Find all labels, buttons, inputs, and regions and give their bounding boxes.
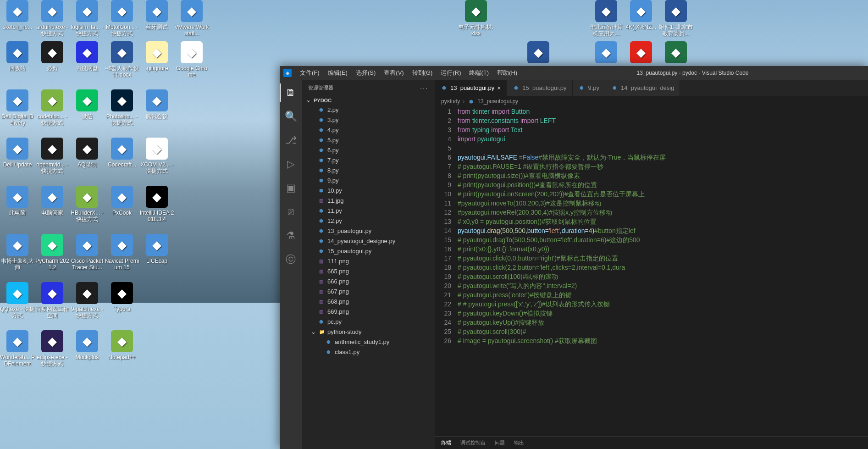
code-line[interactable]: # image = pyautogui.screenshot() #获取屏幕截图 bbox=[458, 336, 868, 345]
code-line[interactable]: # pyautogui.click(0,0,button='right')#鼠标… bbox=[458, 254, 868, 263]
desktop-icon[interactable]: ◆Notepad++ bbox=[105, 330, 139, 360]
file-item[interactable]: ▨11.jpg bbox=[302, 195, 435, 205]
file-item[interactable]: ⬢arithmetic_study1.py bbox=[302, 337, 435, 347]
desktop-icon[interactable]: ◆codebloc... - 快捷方式 bbox=[35, 89, 70, 127]
desktop-icon[interactable]: ◆Dell Digital Delivery bbox=[0, 89, 35, 127]
desktop-icon[interactable]: ◆Dell Update bbox=[0, 138, 35, 168]
code-line[interactable]: # pyautogui.PAUSE=1 #设置执行指令都要暂停一秒 bbox=[458, 162, 868, 171]
desktop-icon[interactable]: ◆--$器人动作设计.docx bbox=[105, 41, 139, 78]
desktop-icon[interactable]: ◆华北五省计算机应用大... bbox=[589, 0, 624, 37]
menu-item[interactable]: 转到(G) bbox=[409, 67, 437, 79]
menu-item[interactable]: 帮助(H) bbox=[493, 67, 521, 79]
editor-tab[interactable]: ⬢14_pyautogui_desig bbox=[605, 80, 680, 96]
file-item[interactable]: ⬢12.py bbox=[302, 216, 435, 226]
desktop-icon[interactable]: ◆.gitignore bbox=[139, 41, 174, 72]
editor-tab[interactable]: ⬢13_puautogui.py× bbox=[435, 80, 507, 96]
code-line[interactable]: # pyautogui.keyDown()#模拟按键 bbox=[458, 309, 868, 318]
menu-item[interactable]: 查看(V) bbox=[380, 67, 407, 79]
panel-tab[interactable]: 终端 bbox=[441, 437, 451, 449]
menu-item[interactable]: 文件(F) bbox=[296, 67, 323, 79]
desktop-icon[interactable]: ◆QQ.exe - 快捷方式 bbox=[0, 282, 35, 319]
root-folder[interactable]: ⌄PYDOC bbox=[302, 96, 435, 105]
file-item[interactable]: ⬢pc.py bbox=[302, 316, 435, 327]
desktop-icon[interactable]: ◆VMware Workstati... bbox=[174, 0, 209, 37]
desktop-icon[interactable]: ◆Mockplus bbox=[70, 330, 105, 360]
editor-tab[interactable]: ⬢9.py bbox=[573, 80, 606, 96]
menu-item[interactable]: 运行(R) bbox=[437, 67, 464, 79]
code-line[interactable]: # print(pyautogui.size())#查看电脑横纵像素 bbox=[458, 171, 868, 180]
code-line[interactable]: # pyautogui.press('enter')#按键盘上的键 bbox=[458, 290, 868, 299]
file-item[interactable]: ▨665.png bbox=[302, 266, 435, 276]
desktop-icon[interactable]: ◆Cisco Packet Tracer Stu... bbox=[70, 234, 105, 271]
code-line[interactable] bbox=[458, 144, 868, 153]
file-item[interactable]: ⬢7.py bbox=[302, 155, 435, 165]
desktop-icon[interactable]: ◆HBuilderX... - 快捷方式 bbox=[70, 186, 105, 223]
code-line[interactable]: #pyautogui.moveRel(200,300,4)#按照x,y控制方位移… bbox=[458, 208, 868, 217]
code-line[interactable]: from typing import Text bbox=[458, 125, 868, 134]
desktop-icon[interactable]: ◆IntelliJ IDEA 2018.3.4 bbox=[139, 186, 174, 223]
copilot-icon[interactable]: ⓒ bbox=[280, 250, 302, 269]
file-item[interactable]: ▨667.png bbox=[302, 286, 435, 296]
desktop-icon[interactable]: ◆Navicat Premium 15 bbox=[105, 234, 139, 271]
desktop-icon[interactable]: ◆PxCook bbox=[105, 186, 139, 216]
panel-tab[interactable]: 问题 bbox=[495, 437, 505, 449]
menu-item[interactable]: 终端(T) bbox=[465, 67, 492, 79]
desktop-icon[interactable]: ◆sketch_no... bbox=[0, 0, 35, 30]
breadcrumb[interactable]: pystudy› ⬢ 13_puautogui.py bbox=[435, 96, 868, 107]
desktop-icon[interactable]: ◆此电脑 bbox=[0, 186, 35, 216]
code-line[interactable]: # pyautogui.click(2,2,button='left',clic… bbox=[458, 263, 868, 272]
desktop-icon[interactable]: ◆Typora bbox=[105, 282, 139, 312]
file-item[interactable]: ⬢5.py bbox=[302, 135, 435, 145]
desktop-icon[interactable]: ◆logisim ita... - 快捷方式 bbox=[70, 0, 105, 37]
desktop-icon[interactable]: ◆微信 bbox=[70, 89, 105, 120]
close-icon[interactable]: × bbox=[497, 84, 501, 92]
desktop-icon[interactable]: ◆Google Chrome bbox=[174, 41, 209, 78]
panel-tab[interactable]: 输出 bbox=[514, 437, 524, 449]
file-item[interactable]: ▨668.png bbox=[302, 296, 435, 306]
file-item[interactable]: ⬢15_puautogui.py bbox=[302, 246, 435, 256]
desktop-icon[interactable]: ◆4K(]X%NZ... bbox=[624, 0, 658, 30]
file-item[interactable]: ▨666.png bbox=[302, 276, 435, 286]
file-item[interactable]: ⬢14_pyautogui_designe.py bbox=[302, 236, 435, 246]
code-line[interactable]: from tkinter import Button bbox=[458, 107, 868, 116]
remote-icon[interactable]: ⎚ bbox=[280, 203, 302, 221]
code-line[interactable]: # pyautogui.scroll(300)# bbox=[458, 327, 868, 336]
editor-tab[interactable]: ⬢15_puautogui.py bbox=[507, 80, 572, 96]
code-line[interactable]: # pyautogui.dragTo(500,500,button='left'… bbox=[458, 235, 868, 244]
code-line[interactable]: # pyautogui.write("写入的内容",interval=2) bbox=[458, 281, 868, 290]
file-item[interactable]: ⬢10.py bbox=[302, 185, 435, 195]
desktop-icon[interactable]: ◆Codecraft... bbox=[105, 138, 139, 168]
explorer-icon[interactable]: 🗎 bbox=[280, 83, 302, 102]
desktop-icon[interactable]: ◆MotorCon... - 快捷方式 bbox=[105, 0, 139, 37]
desktop-icon[interactable]: ◆Photosho... - 快捷方式 bbox=[105, 89, 139, 127]
desktop-icon[interactable]: ◆eclipse.exe - 快捷方式 bbox=[35, 330, 70, 367]
git-icon[interactable]: ⎇ bbox=[280, 131, 302, 150]
search-icon[interactable]: 🔍 bbox=[280, 107, 302, 126]
sidebar-more-icon[interactable]: ··· bbox=[420, 84, 428, 92]
code-line[interactable]: #pyautogui.moveTo(100,200,3)#这是控制鼠标移动 bbox=[458, 199, 868, 208]
file-item[interactable]: ⬢11.py bbox=[302, 205, 435, 216]
desktop-icon[interactable]: ◆蓝牙测试 bbox=[139, 0, 174, 30]
folder-python-study[interactable]: ⌄📁python-study bbox=[302, 327, 435, 337]
panel-tab[interactable]: 调试控制台 bbox=[460, 437, 486, 449]
code-line[interactable]: from tkinter.constants import LEFT bbox=[458, 116, 868, 125]
code-line[interactable]: pyautogui.FAILSAFE =False#禁用故障安全，默认为·Tru… bbox=[458, 153, 868, 162]
desktop-icon[interactable]: ◆AQ录制 bbox=[70, 138, 105, 168]
desktop-icon[interactable]: ◆Wondersh... PDFelement bbox=[0, 330, 35, 367]
code-line[interactable]: # print('x0:{},y0:{}'.format(x0,y0)) bbox=[458, 244, 868, 254]
file-item[interactable]: ⬢4.py bbox=[302, 125, 435, 135]
code-line[interactable]: import pyautogui bbox=[458, 134, 868, 144]
menu-item[interactable]: 编辑(E) bbox=[324, 67, 351, 79]
code-line[interactable]: # x0,y0 = pyautogui.position()#获取到鼠标的位置 bbox=[458, 217, 868, 226]
desktop-icon[interactable]: ◆附件1: 北京市教育委员... bbox=[658, 0, 693, 37]
debug-icon[interactable]: ▷ bbox=[280, 155, 302, 173]
desktop-icon[interactable]: ◆腾讯会议 bbox=[139, 89, 174, 120]
file-item[interactable]: ⬢8.py bbox=[302, 165, 435, 175]
desktop-icon[interactable]: ◆韦博士装机大师 bbox=[0, 234, 35, 271]
file-item[interactable]: ⬢3.py bbox=[302, 115, 435, 125]
desktop-icon[interactable]: ◆LICEcap bbox=[139, 234, 174, 264]
code-line[interactable]: # pyautogui.keyUp()#按键释放 bbox=[458, 318, 868, 327]
desktop-icon[interactable]: ◆百度网盘工作空间 bbox=[35, 282, 70, 319]
file-item[interactable]: ⬢6.py bbox=[302, 145, 435, 155]
desktop-icon[interactable]: ◆openmvid... - 快捷方式 bbox=[35, 138, 70, 175]
